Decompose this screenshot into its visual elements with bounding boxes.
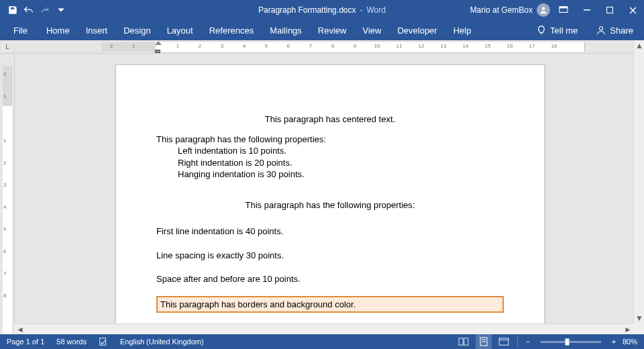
vertical-ruler[interactable]: 2112345678 — [0, 54, 15, 323]
svg-rect-2 — [559, 7, 568, 9]
zoom-in-button[interactable]: + — [609, 338, 619, 346]
ruler-tick-label: 6 — [287, 43, 290, 49]
view-print-layout-button[interactable] — [476, 334, 492, 349]
window-title: Paragraph Formatting.docx - Word — [258, 5, 386, 15]
svg-rect-8 — [464, 338, 468, 345]
share-person-icon — [596, 26, 606, 35]
ribbon-options-icon — [559, 6, 568, 14]
status-page-label: Page 1 of 1 — [7, 338, 44, 346]
tell-me-label: Tell me — [550, 26, 578, 36]
zoom-slider[interactable] — [541, 341, 601, 343]
svg-rect-4 — [607, 7, 613, 13]
tab-label: Help — [453, 26, 472, 36]
ruler-tick-label: 13 — [441, 43, 447, 49]
view-web-layout-button[interactable] — [496, 334, 512, 349]
ruler-tick-label: 9 — [354, 43, 356, 49]
ruler-tick-label: 5 — [265, 43, 268, 49]
tab-help[interactable]: Help — [445, 20, 480, 40]
tab-label: Review — [318, 26, 347, 36]
ruler-tick-label: 1 — [176, 43, 179, 49]
document-page[interactable]: This paragraph has centered text. This p… — [115, 64, 545, 323]
status-words-label: 58 words — [56, 338, 87, 346]
svg-rect-6 — [100, 338, 106, 346]
scroll-up-button[interactable]: ▲ — [634, 40, 644, 51]
status-proofing[interactable] — [99, 337, 108, 346]
paragraph-firstline-indent[interactable]: First line indentation is 40 points. — [156, 226, 504, 238]
paragraph-bordered[interactable]: This paragraph has borders and backgroun… — [156, 296, 504, 313]
maximize-icon — [606, 7, 613, 13]
maximize-button[interactable] — [598, 0, 621, 20]
paragraph-hanging-indent[interactable]: Hanging indentation is 30 points. — [156, 168, 504, 181]
title-separator: - — [360, 5, 362, 15]
page-viewport[interactable]: This paragraph has centered text. This p… — [15, 54, 633, 323]
ribbon-right: Tell me Share — [529, 20, 641, 40]
ruler-tick-label: 7 — [3, 270, 6, 277]
title-bar: Paragraph Formatting.docx - Word Mario a… — [0, 0, 644, 20]
redo-icon — [40, 5, 50, 15]
zoom-level-label: 80% — [623, 338, 637, 346]
ruler-tick-label: 16 — [507, 43, 513, 49]
zoom-out-button[interactable]: − — [523, 338, 533, 346]
tell-me-search[interactable]: Tell me — [529, 20, 586, 40]
paragraph-left-indent[interactable]: Left indentation is 10 points. — [156, 145, 504, 157]
paragraph-line-spacing[interactable]: Line spacing is exactly 30 points. — [156, 250, 504, 262]
scroll-right-button[interactable]: ► — [623, 324, 633, 335]
tab-label: View — [362, 26, 381, 36]
paragraph-props-header-2[interactable]: This paragraph has the following propert… — [156, 199, 504, 211]
svg-rect-3 — [584, 9, 590, 11]
ruler-tick-label: 7 — [309, 43, 312, 49]
tab-home[interactable]: Home — [38, 20, 78, 40]
vertical-scrollbar[interactable]: ▲ ▼ — [633, 40, 644, 323]
ruler-tick-label: 3 — [221, 43, 223, 49]
share-button[interactable]: Share — [588, 20, 641, 40]
tab-file[interactable]: File — [3, 20, 38, 40]
account-area[interactable]: Mario at GemBox — [470, 3, 550, 17]
paragraph-space-before-after[interactable]: Space after and before are 10 points. — [156, 273, 504, 285]
scroll-left-button[interactable]: ◄ — [15, 324, 25, 335]
ruler-tick-label: 2 — [3, 71, 6, 77]
horizontal-ruler[interactable]: 21123456789101112131415161718 — [15, 40, 633, 54]
ruler-corner[interactable]: L — [0, 40, 15, 54]
ruler-tick-label: 8 — [331, 43, 334, 49]
horizontal-scrollbar[interactable]: ◄ ► — [15, 323, 633, 334]
tab-label: Home — [46, 26, 70, 36]
ruler-tick-label: 4 — [3, 204, 6, 210]
ruler-tick-label: 1 — [3, 138, 6, 144]
status-page[interactable]: Page 1 of 1 — [7, 338, 44, 346]
ribbon-display-options-button[interactable] — [553, 0, 574, 20]
tab-references[interactable]: References — [201, 20, 262, 40]
minimize-button[interactable] — [576, 0, 598, 20]
tab-design[interactable]: Design — [115, 20, 158, 40]
paragraph-props-header[interactable]: This paragraph has the following propert… — [156, 134, 504, 146]
hanging-indent-marker[interactable] — [155, 50, 160, 53]
lightbulb-icon — [537, 26, 546, 35]
save-button[interactable] — [5, 3, 20, 17]
view-read-mode-button[interactable] — [455, 334, 472, 349]
status-word-count[interactable]: 58 words — [56, 338, 87, 346]
paragraph-centered[interactable]: This paragraph has centered text. — [156, 113, 504, 126]
tab-mailings[interactable]: Mailings — [262, 20, 310, 40]
tab-label: Layout — [167, 26, 193, 36]
tab-label: Design — [123, 26, 150, 36]
tab-layout[interactable]: Layout — [159, 20, 201, 40]
tab-developer[interactable]: Developer — [389, 20, 445, 40]
paragraph-right-indent[interactable]: Right indentation is 20 points. — [156, 157, 504, 169]
status-language-label: English (United Kingdom) — [120, 338, 204, 346]
tab-insert[interactable]: Insert — [78, 20, 116, 40]
close-button[interactable] — [621, 0, 644, 20]
zoom-level[interactable]: 80% — [623, 338, 637, 346]
window-controls — [576, 0, 644, 20]
qat-customize-button[interactable] — [54, 3, 68, 17]
scroll-down-button[interactable]: ▼ — [634, 313, 644, 323]
tab-view[interactable]: View — [354, 20, 389, 40]
zoom-slider-thumb[interactable] — [565, 338, 570, 346]
undo-button[interactable] — [21, 3, 36, 17]
quick-access-toolbar — [0, 3, 68, 17]
chevron-down-icon — [58, 7, 64, 13]
tab-review[interactable]: Review — [310, 20, 355, 40]
first-line-indent-marker[interactable] — [155, 41, 162, 45]
page-content[interactable]: This paragraph has centered text. This p… — [156, 113, 504, 313]
redo-button[interactable] — [38, 3, 52, 17]
status-language[interactable]: English (United Kingdom) — [120, 338, 204, 346]
account-username: Mario at GemBox — [470, 5, 533, 15]
